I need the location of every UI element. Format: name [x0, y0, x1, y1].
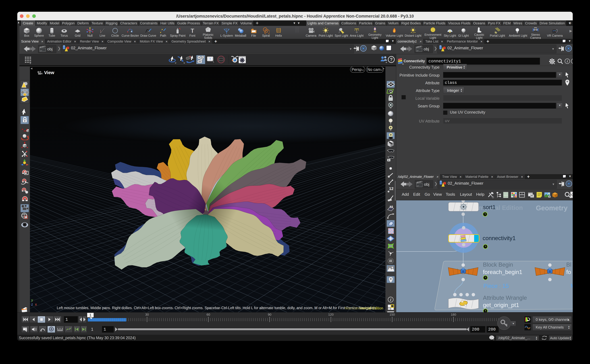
svg-text:226: 226 — [24, 222, 26, 223]
svg-text:M: M — [570, 283, 573, 289]
svg-text:12: 12 — [389, 187, 394, 191]
svg-text:60: 60 — [207, 313, 210, 316]
svg-text:Geometry: Geometry — [536, 204, 568, 212]
svg-text:connectivity1: connectivity1 — [483, 235, 516, 241]
svg-text:Block Begin: Block Begin — [483, 261, 513, 268]
svg-text:Bl: Bl — [566, 261, 571, 268]
svg-text:Attribute Wrangle: Attribute Wrangle — [483, 295, 527, 301]
svg-text:sort1: sort1 — [483, 204, 496, 210]
svg-text:Piece : 15: Piece : 15 — [483, 283, 509, 289]
svg-text:180: 180 — [451, 313, 456, 316]
svg-text:12: 12 — [389, 205, 393, 208]
svg-text:?: ? — [390, 57, 393, 62]
svg-text:foreach_begin1: foreach_begin1 — [483, 269, 522, 275]
svg-text:T: T — [191, 28, 194, 34]
svg-text:i: i — [567, 59, 568, 63]
svg-text:120: 120 — [328, 313, 334, 316]
svg-text:fo: fo — [566, 269, 571, 275]
svg-text:150: 150 — [389, 313, 395, 316]
svg-text:get_origin_pt1: get_origin_pt1 — [483, 302, 519, 308]
svg-text:i: i — [390, 297, 391, 302]
svg-text:30: 30 — [145, 313, 149, 316]
svg-text:90: 90 — [268, 313, 271, 316]
